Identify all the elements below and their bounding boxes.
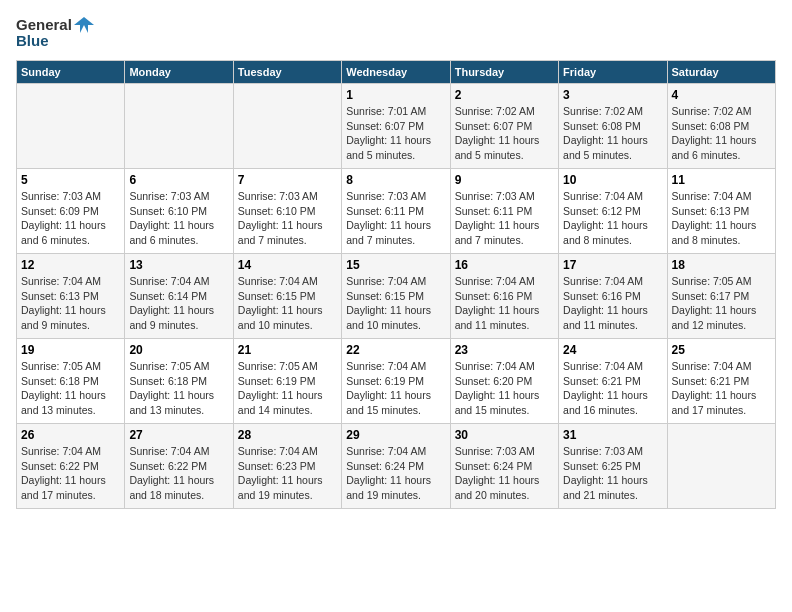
calendar-empty-cell xyxy=(17,84,125,169)
weekday-header-saturday: Saturday xyxy=(667,61,775,84)
day-info: Sunrise: 7:03 AMSunset: 6:10 PMDaylight:… xyxy=(238,189,337,248)
day-number: 2 xyxy=(455,88,554,102)
calendar-day-28: 28Sunrise: 7:04 AMSunset: 6:23 PMDayligh… xyxy=(233,424,341,509)
calendar-day-2: 2Sunrise: 7:02 AMSunset: 6:07 PMDaylight… xyxy=(450,84,558,169)
day-info: Sunrise: 7:04 AMSunset: 6:16 PMDaylight:… xyxy=(563,274,662,333)
day-number: 4 xyxy=(672,88,771,102)
calendar-day-23: 23Sunrise: 7:04 AMSunset: 6:20 PMDayligh… xyxy=(450,339,558,424)
day-info: Sunrise: 7:03 AMSunset: 6:09 PMDaylight:… xyxy=(21,189,120,248)
calendar-day-8: 8Sunrise: 7:03 AMSunset: 6:11 PMDaylight… xyxy=(342,169,450,254)
day-number: 13 xyxy=(129,258,228,272)
day-number: 19 xyxy=(21,343,120,357)
page-header: General Blue xyxy=(16,16,776,50)
day-number: 21 xyxy=(238,343,337,357)
logo-blue-text: Blue xyxy=(16,32,49,50)
day-info: Sunrise: 7:03 AMSunset: 6:24 PMDaylight:… xyxy=(455,444,554,503)
day-number: 25 xyxy=(672,343,771,357)
calendar-week-row: 5Sunrise: 7:03 AMSunset: 6:09 PMDaylight… xyxy=(17,169,776,254)
calendar-day-7: 7Sunrise: 7:03 AMSunset: 6:10 PMDaylight… xyxy=(233,169,341,254)
calendar-day-1: 1Sunrise: 7:01 AMSunset: 6:07 PMDaylight… xyxy=(342,84,450,169)
logo: General Blue xyxy=(16,16,94,50)
day-info: Sunrise: 7:04 AMSunset: 6:13 PMDaylight:… xyxy=(672,189,771,248)
calendar-day-3: 3Sunrise: 7:02 AMSunset: 6:08 PMDaylight… xyxy=(559,84,667,169)
weekday-header-sunday: Sunday xyxy=(17,61,125,84)
day-info: Sunrise: 7:02 AMSunset: 6:07 PMDaylight:… xyxy=(455,104,554,163)
calendar-week-row: 19Sunrise: 7:05 AMSunset: 6:18 PMDayligh… xyxy=(17,339,776,424)
day-number: 29 xyxy=(346,428,445,442)
calendar-day-29: 29Sunrise: 7:04 AMSunset: 6:24 PMDayligh… xyxy=(342,424,450,509)
day-number: 7 xyxy=(238,173,337,187)
calendar-day-14: 14Sunrise: 7:04 AMSunset: 6:15 PMDayligh… xyxy=(233,254,341,339)
day-number: 6 xyxy=(129,173,228,187)
calendar-day-6: 6Sunrise: 7:03 AMSunset: 6:10 PMDaylight… xyxy=(125,169,233,254)
day-info: Sunrise: 7:03 AMSunset: 6:10 PMDaylight:… xyxy=(129,189,228,248)
logo-bird-icon xyxy=(74,17,94,33)
calendar-day-17: 17Sunrise: 7:04 AMSunset: 6:16 PMDayligh… xyxy=(559,254,667,339)
weekday-header-wednesday: Wednesday xyxy=(342,61,450,84)
day-info: Sunrise: 7:05 AMSunset: 6:17 PMDaylight:… xyxy=(672,274,771,333)
day-info: Sunrise: 7:04 AMSunset: 6:15 PMDaylight:… xyxy=(346,274,445,333)
day-info: Sunrise: 7:04 AMSunset: 6:20 PMDaylight:… xyxy=(455,359,554,418)
calendar-day-15: 15Sunrise: 7:04 AMSunset: 6:15 PMDayligh… xyxy=(342,254,450,339)
day-info: Sunrise: 7:04 AMSunset: 6:24 PMDaylight:… xyxy=(346,444,445,503)
weekday-header-tuesday: Tuesday xyxy=(233,61,341,84)
calendar-day-27: 27Sunrise: 7:04 AMSunset: 6:22 PMDayligh… xyxy=(125,424,233,509)
calendar-day-31: 31Sunrise: 7:03 AMSunset: 6:25 PMDayligh… xyxy=(559,424,667,509)
calendar-day-21: 21Sunrise: 7:05 AMSunset: 6:19 PMDayligh… xyxy=(233,339,341,424)
calendar-day-10: 10Sunrise: 7:04 AMSunset: 6:12 PMDayligh… xyxy=(559,169,667,254)
day-number: 8 xyxy=(346,173,445,187)
day-info: Sunrise: 7:04 AMSunset: 6:13 PMDaylight:… xyxy=(21,274,120,333)
calendar-week-row: 1Sunrise: 7:01 AMSunset: 6:07 PMDaylight… xyxy=(17,84,776,169)
day-number: 23 xyxy=(455,343,554,357)
day-info: Sunrise: 7:04 AMSunset: 6:22 PMDaylight:… xyxy=(129,444,228,503)
day-info: Sunrise: 7:03 AMSunset: 6:11 PMDaylight:… xyxy=(455,189,554,248)
day-info: Sunrise: 7:02 AMSunset: 6:08 PMDaylight:… xyxy=(563,104,662,163)
day-info: Sunrise: 7:05 AMSunset: 6:19 PMDaylight:… xyxy=(238,359,337,418)
day-number: 30 xyxy=(455,428,554,442)
day-info: Sunrise: 7:01 AMSunset: 6:07 PMDaylight:… xyxy=(346,104,445,163)
day-info: Sunrise: 7:04 AMSunset: 6:12 PMDaylight:… xyxy=(563,189,662,248)
svg-marker-0 xyxy=(74,17,94,33)
day-number: 15 xyxy=(346,258,445,272)
day-info: Sunrise: 7:04 AMSunset: 6:23 PMDaylight:… xyxy=(238,444,337,503)
weekday-header-friday: Friday xyxy=(559,61,667,84)
day-number: 24 xyxy=(563,343,662,357)
day-number: 9 xyxy=(455,173,554,187)
day-info: Sunrise: 7:03 AMSunset: 6:11 PMDaylight:… xyxy=(346,189,445,248)
calendar-day-16: 16Sunrise: 7:04 AMSunset: 6:16 PMDayligh… xyxy=(450,254,558,339)
day-info: Sunrise: 7:04 AMSunset: 6:22 PMDaylight:… xyxy=(21,444,120,503)
calendar-empty-cell xyxy=(125,84,233,169)
day-number: 17 xyxy=(563,258,662,272)
day-info: Sunrise: 7:04 AMSunset: 6:21 PMDaylight:… xyxy=(563,359,662,418)
calendar-day-4: 4Sunrise: 7:02 AMSunset: 6:08 PMDaylight… xyxy=(667,84,775,169)
day-info: Sunrise: 7:05 AMSunset: 6:18 PMDaylight:… xyxy=(129,359,228,418)
day-number: 11 xyxy=(672,173,771,187)
calendar-day-9: 9Sunrise: 7:03 AMSunset: 6:11 PMDaylight… xyxy=(450,169,558,254)
day-number: 18 xyxy=(672,258,771,272)
calendar-day-13: 13Sunrise: 7:04 AMSunset: 6:14 PMDayligh… xyxy=(125,254,233,339)
day-info: Sunrise: 7:04 AMSunset: 6:14 PMDaylight:… xyxy=(129,274,228,333)
day-number: 27 xyxy=(129,428,228,442)
calendar-day-30: 30Sunrise: 7:03 AMSunset: 6:24 PMDayligh… xyxy=(450,424,558,509)
day-info: Sunrise: 7:05 AMSunset: 6:18 PMDaylight:… xyxy=(21,359,120,418)
day-number: 10 xyxy=(563,173,662,187)
day-number: 1 xyxy=(346,88,445,102)
day-info: Sunrise: 7:04 AMSunset: 6:21 PMDaylight:… xyxy=(672,359,771,418)
calendar-table: SundayMondayTuesdayWednesdayThursdayFrid… xyxy=(16,60,776,509)
day-number: 26 xyxy=(21,428,120,442)
calendar-week-row: 12Sunrise: 7:04 AMSunset: 6:13 PMDayligh… xyxy=(17,254,776,339)
day-number: 20 xyxy=(129,343,228,357)
calendar-week-row: 26Sunrise: 7:04 AMSunset: 6:22 PMDayligh… xyxy=(17,424,776,509)
calendar-day-26: 26Sunrise: 7:04 AMSunset: 6:22 PMDayligh… xyxy=(17,424,125,509)
day-number: 5 xyxy=(21,173,120,187)
day-info: Sunrise: 7:03 AMSunset: 6:25 PMDaylight:… xyxy=(563,444,662,503)
day-number: 3 xyxy=(563,88,662,102)
calendar-empty-cell xyxy=(233,84,341,169)
day-number: 14 xyxy=(238,258,337,272)
day-number: 12 xyxy=(21,258,120,272)
calendar-day-20: 20Sunrise: 7:05 AMSunset: 6:18 PMDayligh… xyxy=(125,339,233,424)
calendar-day-12: 12Sunrise: 7:04 AMSunset: 6:13 PMDayligh… xyxy=(17,254,125,339)
day-number: 31 xyxy=(563,428,662,442)
day-number: 22 xyxy=(346,343,445,357)
calendar-day-22: 22Sunrise: 7:04 AMSunset: 6:19 PMDayligh… xyxy=(342,339,450,424)
